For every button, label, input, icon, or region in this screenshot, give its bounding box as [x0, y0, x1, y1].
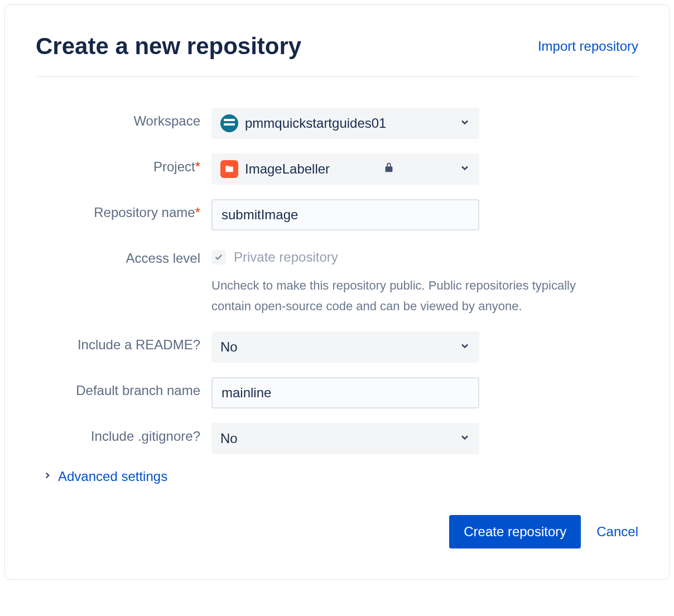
required-asterisk: *: [195, 159, 200, 174]
import-repository-link[interactable]: Import repository: [538, 38, 638, 54]
chevron-right-icon: [42, 470, 52, 483]
workspace-avatar-icon: [220, 114, 238, 132]
private-repo-checkbox-label: Private repository: [234, 249, 338, 265]
gitignore-select[interactable]: No: [211, 423, 479, 454]
gitignore-label: Include .gitignore?: [36, 423, 200, 444]
private-repo-checkbox-row: Private repository: [211, 245, 591, 265]
project-label: Project*: [36, 153, 200, 175]
gitignore-row: Include .gitignore? No: [36, 423, 638, 454]
access-level-label: Access level: [36, 245, 200, 266]
chevron-down-icon: [459, 116, 470, 131]
advanced-settings-toggle[interactable]: Advanced settings: [42, 469, 638, 484]
required-asterisk: *: [195, 205, 200, 220]
create-repo-panel: Create a new repository Import repositor…: [4, 4, 670, 580]
project-folder-icon: [220, 160, 238, 178]
lock-icon: [383, 161, 395, 177]
project-row: Project* ImageLabeller: [36, 153, 638, 185]
readme-row: Include a README? No: [36, 331, 638, 363]
private-repo-checkbox[interactable]: [211, 250, 226, 264]
access-level-row: Access level Private repository Uncheck …: [36, 245, 638, 317]
workspace-label: Workspace: [36, 108, 200, 129]
project-value: ImageLabeller: [245, 161, 330, 177]
workspace-select[interactable]: pmmquickstartguides01: [211, 108, 479, 139]
create-repository-button[interactable]: Create repository: [449, 515, 581, 548]
gitignore-value: No: [220, 431, 238, 446]
access-level-help: Uncheck to make this repository public. …: [211, 275, 591, 317]
readme-value: No: [220, 339, 238, 355]
footer: Create repository Cancel: [36, 515, 638, 548]
repo-name-row: Repository name*: [36, 199, 638, 230]
branch-label: Default branch name: [36, 377, 200, 398]
branch-row: Default branch name: [36, 377, 638, 408]
workspace-row: Workspace pmmquickstartguides01: [36, 108, 638, 139]
branch-name-input[interactable]: [211, 377, 479, 408]
repo-name-label: Repository name*: [36, 199, 200, 220]
repo-name-input[interactable]: [211, 199, 479, 230]
cancel-button[interactable]: Cancel: [596, 524, 638, 540]
workspace-value: pmmquickstartguides01: [245, 116, 386, 131]
readme-select[interactable]: No: [211, 331, 479, 363]
project-select[interactable]: ImageLabeller: [211, 153, 479, 185]
advanced-settings-label: Advanced settings: [58, 469, 167, 484]
header: Create a new repository Import repositor…: [36, 33, 638, 77]
readme-label: Include a README?: [36, 331, 200, 353]
chevron-down-icon: [459, 431, 470, 446]
chevron-down-icon: [459, 339, 470, 355]
chevron-down-icon: [459, 161, 470, 177]
page-title: Create a new repository: [36, 33, 301, 60]
